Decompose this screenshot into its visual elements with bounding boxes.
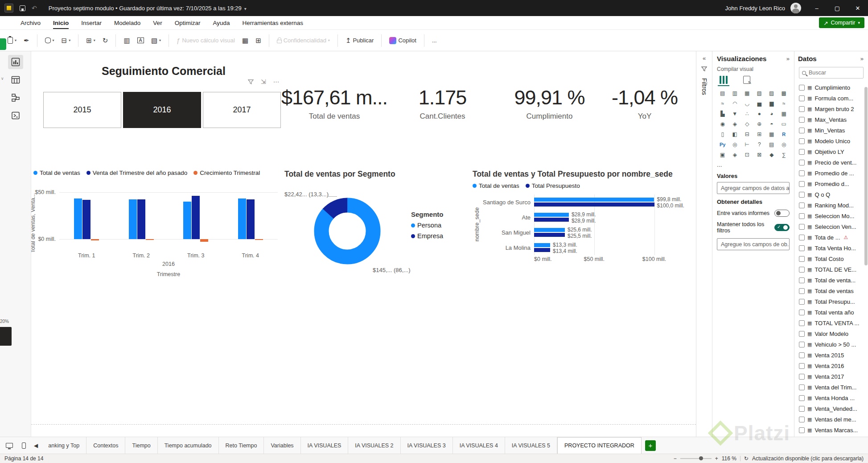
field-checkbox[interactable] bbox=[799, 128, 805, 133]
clustered-column-chart-icon[interactable]: ▧ bbox=[754, 89, 765, 98]
field-ranking-mod[interactable]: ▦Ranking Mod... bbox=[798, 200, 868, 211]
bar-venta-del-trimestre-del-a-o-pasado[interactable] bbox=[192, 196, 200, 239]
bar-total-de-ventas[interactable] bbox=[183, 202, 191, 239]
filters-pane-title[interactable]: Filtros bbox=[701, 78, 708, 95]
new-measure-button[interactable]: ▦ bbox=[239, 34, 251, 46]
values-field-well[interactable]: Agregar campos de datos a... bbox=[717, 182, 790, 194]
field-checkbox[interactable] bbox=[799, 417, 805, 422]
arcgis-map-icon[interactable]: ◈ bbox=[729, 150, 741, 159]
menu-tab-insertar[interactable]: Insertar bbox=[76, 16, 107, 29]
table-view-button[interactable] bbox=[8, 73, 23, 87]
field-checkbox[interactable] bbox=[799, 235, 805, 240]
year-button-2016[interactable]: 2016 bbox=[123, 92, 201, 128]
slicer-icon[interactable]: ⊟ bbox=[741, 130, 753, 139]
scorecard-icon[interactable]: ◆ bbox=[766, 150, 777, 159]
page-tab-proyecto-integrador[interactable]: PROYECTO INTEGRADOR bbox=[557, 437, 642, 454]
ribbon-chart-icon[interactable]: ≈ bbox=[778, 99, 790, 108]
collapse-data-pane-icon[interactable]: » bbox=[860, 55, 864, 62]
refresh-button[interactable]: ↻ bbox=[99, 34, 111, 46]
pie-chart-icon[interactable]: ● bbox=[754, 109, 765, 118]
donut-legend-item-empresa[interactable]: Empresa bbox=[411, 232, 444, 240]
field-checkbox[interactable] bbox=[799, 170, 805, 176]
key-influencers-icon[interactable]: ◎ bbox=[729, 140, 741, 149]
toolbar-more-button[interactable]: ... bbox=[429, 34, 440, 46]
python-visual-icon[interactable]: Py bbox=[717, 140, 728, 149]
qna-icon[interactable]: ? bbox=[754, 140, 765, 149]
bar-venta-del-trimestre-del-a-o-pasado[interactable] bbox=[247, 199, 255, 239]
zoom-level[interactable]: 116 % bbox=[722, 455, 736, 462]
field-promedio-d[interactable]: ▦Promedio d... bbox=[798, 178, 868, 189]
zoom-in-button[interactable]: + bbox=[715, 455, 718, 462]
bar-total-de-ventas[interactable] bbox=[74, 198, 82, 239]
field-ventas-del-me[interactable]: ▦Ventas del me... bbox=[798, 414, 868, 425]
report-view-button[interactable] bbox=[8, 55, 23, 69]
field-precio-de-vent[interactable]: ▦Precio de vent... bbox=[798, 157, 868, 168]
page-tab-reto-tiempo[interactable]: Reto Tiempo bbox=[219, 437, 264, 454]
line-and-stacked-column-chart-icon[interactable]: ▅ bbox=[754, 99, 765, 108]
field-checkbox[interactable] bbox=[799, 342, 805, 347]
menu-tab-herramientas-externas[interactable]: Herramientas externas bbox=[237, 16, 309, 29]
field-cumplimiento[interactable]: ▦Cumplimiento bbox=[798, 82, 868, 93]
power-automate-icon[interactable]: ⊠ bbox=[754, 150, 765, 159]
field-checkbox[interactable] bbox=[799, 352, 805, 358]
bar-total-de-ventas[interactable] bbox=[534, 198, 654, 202]
more-visual-options[interactable]: ... bbox=[717, 161, 790, 168]
field-valor-modelo[interactable]: ▦Valor Modelo bbox=[798, 328, 868, 339]
field-tota-venta-ho[interactable]: ▦Tota Venta Ho... bbox=[798, 243, 868, 253]
collapse-pane-icon[interactable]: » bbox=[786, 55, 790, 62]
field-search[interactable] bbox=[799, 67, 864, 79]
report-canvas[interactable]: Seguimiento Comercial ⇲ ⋯ 201520162017 $… bbox=[31, 51, 696, 437]
field-objetivo-ly[interactable]: ▦Objetivo LY bbox=[798, 146, 868, 157]
waterfall-chart-icon[interactable]: ▙ bbox=[717, 109, 728, 118]
close-button[interactable]: ✕ bbox=[847, 0, 868, 16]
build-visual-tab[interactable] bbox=[718, 76, 729, 86]
year-button-2015[interactable]: 2015 bbox=[43, 92, 121, 128]
area-chart-icon[interactable]: ◠ bbox=[729, 99, 741, 108]
paste-button[interactable]: ▾ bbox=[4, 34, 20, 46]
field-total-venta-a-o[interactable]: ▦Total venta año bbox=[798, 307, 868, 318]
field-checkbox[interactable] bbox=[799, 160, 805, 165]
card-icon[interactable]: ▭ bbox=[778, 120, 790, 128]
field-checkbox[interactable] bbox=[799, 363, 805, 369]
page-tab-contextos[interactable]: Contextos bbox=[86, 437, 125, 454]
field-vehiculo-50[interactable]: ▦Vehiculo > 50 ... bbox=[798, 339, 868, 350]
field-ventas-marcas[interactable]: ▦Ventas Marcas... bbox=[798, 425, 868, 435]
update-notice[interactable]: Actualización disponible (clic para desc… bbox=[752, 455, 864, 462]
field-checkbox[interactable] bbox=[799, 203, 805, 208]
stacked-bar-chart-icon[interactable]: ▤ bbox=[717, 89, 728, 98]
field-checkbox[interactable] bbox=[799, 427, 805, 433]
field-checkbox[interactable] bbox=[799, 406, 805, 412]
field-tota-de[interactable]: ▦Tota de ...⚠ bbox=[798, 232, 868, 243]
page-tab-ia-visuales-2[interactable]: IA VISUALES 2 bbox=[348, 437, 400, 454]
text-box-button[interactable]: A bbox=[134, 35, 147, 46]
field-q-o-q[interactable]: ▦Q o Q bbox=[798, 189, 868, 200]
field-checkbox[interactable] bbox=[799, 106, 805, 112]
field-checkbox[interactable] bbox=[799, 310, 805, 315]
copilot-button[interactable]: Copilot bbox=[386, 34, 419, 47]
field-checkbox[interactable] bbox=[799, 138, 805, 144]
decomposition-tree-icon[interactable]: ⊢ bbox=[741, 140, 753, 149]
bar-total-de-ventas[interactable] bbox=[129, 199, 137, 239]
focus-mode-icon[interactable]: ⇲ bbox=[261, 78, 266, 85]
expand-filters-icon[interactable]: « bbox=[703, 55, 706, 62]
menu-tab-modelado[interactable]: Modelado bbox=[109, 16, 146, 29]
year-button-2017[interactable]: 2017 bbox=[203, 92, 281, 128]
field-modelo-unico[interactable]: ▦Modelo Unico bbox=[798, 136, 868, 146]
field-checkbox[interactable] bbox=[799, 374, 805, 380]
new-page-button[interactable]: + bbox=[645, 440, 656, 451]
field-checkbox[interactable] bbox=[799, 277, 805, 283]
100-stacked-column-chart-icon[interactable]: ▩ bbox=[778, 89, 790, 98]
field-checkbox[interactable] bbox=[799, 256, 805, 262]
bar-venta-del-trimestre-del-a-o-pasado[interactable] bbox=[82, 200, 91, 239]
shape-map-icon[interactable]: ◇ bbox=[741, 120, 753, 128]
field-total-presupu[interactable]: ▦Total Presupu... bbox=[798, 296, 868, 307]
zoom-slider-thumb[interactable] bbox=[699, 456, 703, 460]
drill-field-well[interactable]: Agregue los campos de ob... bbox=[717, 238, 790, 250]
bar-total-de-ventas[interactable] bbox=[534, 213, 569, 217]
data-pane-scrollbar[interactable] bbox=[864, 87, 868, 265]
workbook-source-button[interactable]: ⊟▾ bbox=[58, 34, 74, 46]
more-visual-icon[interactable]: ∑ bbox=[778, 150, 790, 159]
model-view-button[interactable] bbox=[8, 91, 23, 105]
more-options-icon[interactable]: ⋯ bbox=[273, 78, 280, 85]
search-input[interactable] bbox=[809, 70, 853, 76]
